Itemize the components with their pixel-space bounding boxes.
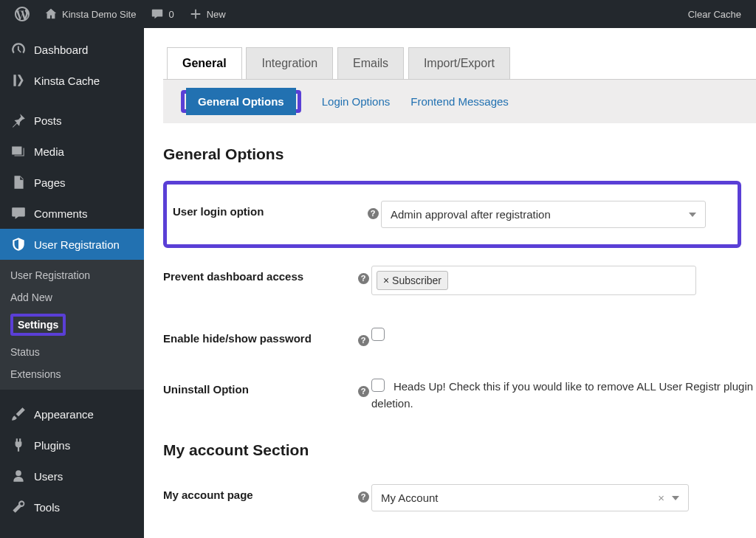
uninstall-text: Heads Up! Check this if you would like t… bbox=[371, 380, 753, 410]
sidebar-item-users[interactable]: Users bbox=[0, 461, 144, 492]
settings-tabs: General Integration Emails Import/Export bbox=[163, 47, 756, 80]
kinsta-icon bbox=[10, 72, 27, 89]
sidebar-item-media[interactable]: Media bbox=[0, 136, 144, 167]
label-hide-show-password: Enable hide/show password bbox=[163, 328, 355, 345]
checkbox-uninstall[interactable] bbox=[371, 379, 385, 392]
wp-logo[interactable] bbox=[7, 7, 37, 21]
comment-icon bbox=[151, 7, 164, 21]
help-icon[interactable]: ? bbox=[368, 208, 379, 219]
admin-sidebar: Dashboard Kinsta Cache Posts Media Pages… bbox=[0, 28, 144, 538]
pin-icon bbox=[10, 112, 27, 128]
submenu-item-user-registration[interactable]: User Registration bbox=[0, 264, 144, 286]
main-content: General Integration Emails Import/Export… bbox=[144, 28, 756, 538]
chevron-down-icon bbox=[672, 496, 679, 500]
submenu-item-add-new[interactable]: Add New bbox=[0, 286, 144, 308]
tagbox-prevent-dashboard[interactable]: × Subscriber bbox=[371, 266, 696, 295]
help-icon[interactable]: ? bbox=[358, 273, 369, 284]
comments-icon bbox=[10, 205, 27, 221]
highlight-user-login-row: User login option ? Admin approval after… bbox=[163, 181, 741, 248]
new-content[interactable]: New bbox=[182, 7, 233, 21]
tab-general[interactable]: General bbox=[167, 47, 242, 79]
sidebar-item-posts[interactable]: Posts bbox=[0, 105, 144, 136]
label-my-account-page: My account page bbox=[163, 484, 355, 501]
wrench-icon bbox=[10, 499, 27, 515]
clear-icon[interactable]: × bbox=[658, 492, 664, 504]
comment-count: 0 bbox=[168, 9, 173, 20]
chevron-down-icon bbox=[689, 213, 696, 217]
plus-icon bbox=[189, 7, 202, 21]
sidebar-item-tools[interactable]: Tools bbox=[0, 492, 144, 523]
label-prevent-dashboard: Prevent dashboard access bbox=[163, 266, 355, 283]
shield-icon bbox=[10, 236, 27, 252]
user-icon bbox=[10, 468, 27, 484]
sidebar-submenu: User Registration Add New Settings Statu… bbox=[0, 260, 144, 390]
home-icon bbox=[44, 7, 58, 21]
section-title-my-account: My account Section bbox=[163, 441, 756, 459]
sidebar-item-pages[interactable]: Pages bbox=[0, 167, 144, 198]
sidebar-item-dashboard[interactable]: Dashboard bbox=[0, 34, 144, 65]
help-icon[interactable]: ? bbox=[358, 386, 369, 397]
submenu-item-settings[interactable]: Settings bbox=[0, 308, 144, 341]
subtab-general-options[interactable]: General Options bbox=[186, 88, 296, 115]
checkbox-hide-show-password[interactable] bbox=[371, 328, 385, 341]
new-label: New bbox=[207, 9, 226, 20]
tab-integration[interactable]: Integration bbox=[246, 47, 333, 79]
help-icon[interactable]: ? bbox=[358, 492, 369, 503]
site-name[interactable]: Kinsta Demo Site bbox=[37, 7, 143, 21]
sidebar-item-plugins[interactable]: Plugins bbox=[0, 430, 144, 461]
sidebar-item-kinsta-cache[interactable]: Kinsta Cache bbox=[0, 65, 144, 96]
select-my-account-page[interactable]: My Account × bbox=[371, 484, 689, 511]
admin-bar: Kinsta Demo Site 0 New Clear Cache bbox=[0, 0, 756, 28]
wordpress-icon bbox=[15, 7, 30, 21]
label-uninstall-option: Uninstall Option bbox=[163, 379, 355, 396]
tab-import-export[interactable]: Import/Export bbox=[408, 47, 510, 79]
help-icon[interactable]: ? bbox=[358, 335, 369, 346]
label-user-login-option: User login option bbox=[173, 201, 365, 218]
pages-icon bbox=[10, 174, 27, 190]
dashboard-icon bbox=[10, 41, 27, 58]
tab-emails[interactable]: Emails bbox=[337, 47, 404, 79]
clear-cache-link[interactable]: Clear Cache bbox=[681, 9, 749, 20]
submenu-item-status[interactable]: Status bbox=[0, 341, 144, 363]
highlight-general-options: General Options bbox=[181, 90, 301, 113]
subtab-frontend-messages[interactable]: Frontend Messages bbox=[410, 95, 509, 108]
media-icon bbox=[10, 143, 27, 159]
sidebar-item-appearance[interactable]: Appearance bbox=[0, 399, 144, 430]
settings-subtabs: General Options Login Options Frontend M… bbox=[163, 80, 756, 123]
select-user-login-option[interactable]: Admin approval after registration bbox=[381, 201, 706, 228]
tag-subscriber[interactable]: × Subscriber bbox=[377, 271, 448, 290]
site-title: Kinsta Demo Site bbox=[62, 9, 136, 20]
section-title-general: General Options bbox=[163, 145, 756, 163]
submenu-item-extensions[interactable]: Extensions bbox=[0, 363, 144, 385]
plug-icon bbox=[10, 437, 27, 453]
sidebar-item-user-registration[interactable]: User Registration bbox=[0, 229, 144, 260]
comments-link[interactable]: 0 bbox=[143, 7, 181, 21]
sidebar-item-comments[interactable]: Comments bbox=[0, 198, 144, 229]
brush-icon bbox=[10, 406, 27, 422]
subtab-login-options[interactable]: Login Options bbox=[322, 95, 391, 108]
